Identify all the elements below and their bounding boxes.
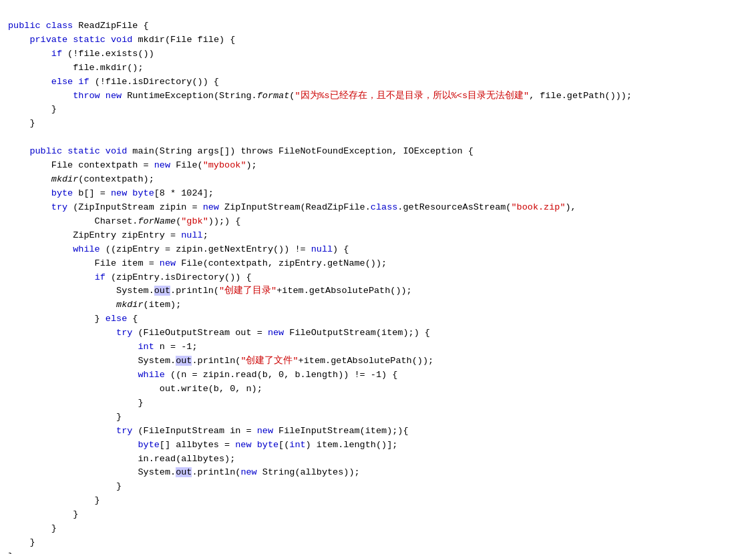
line-18: File item = new File(contextpath, zipEnt… bbox=[8, 258, 387, 268]
line-11: File contextpath = new File("mybook"); bbox=[8, 160, 257, 170]
line-37: } bbox=[8, 523, 57, 533]
line-29: } bbox=[8, 412, 122, 422]
line-30: try (FileInputStream in = new FileInputS… bbox=[8, 426, 409, 436]
line-38: } bbox=[8, 537, 35, 547]
line-14: try (ZipInputStream zipin = new ZipInput… bbox=[8, 202, 576, 212]
line-39: } bbox=[8, 551, 13, 554]
line-6: throw new RuntimeException(String.format… bbox=[8, 91, 632, 101]
line-32: in.read(allbytes); bbox=[8, 454, 235, 464]
line-2: private static void mkdir(File file) { bbox=[8, 35, 235, 45]
line-15: Charset.forName("gbk"));) { bbox=[8, 216, 240, 226]
line-26: while ((n = zipin.read(b, 0, b.length)) … bbox=[8, 370, 397, 380]
line-35: } bbox=[8, 495, 100, 505]
line-19: if (zipEntry.isDirectory()) { bbox=[8, 272, 252, 282]
line-23: try (FileOutputStream out = new FileOutp… bbox=[8, 328, 430, 338]
line-16: ZipEntry zipEntry = null; bbox=[8, 230, 208, 240]
line-22: } else { bbox=[8, 314, 138, 324]
line-13: byte b[] = new byte[8 * 1024]; bbox=[8, 188, 214, 198]
line-25: System.out.println("创建了文件"+item.getAbsol… bbox=[8, 356, 433, 366]
line-1: public class ReadZipFile { bbox=[8, 21, 149, 31]
line-28: } bbox=[8, 398, 144, 408]
line-33: System.out.println(new String(allbytes))… bbox=[8, 467, 360, 477]
line-4: file.mkdir(); bbox=[8, 63, 144, 73]
line-8: } bbox=[8, 118, 35, 128]
line-7: } bbox=[8, 104, 57, 114]
line-31: byte[] allbytes = new byte[(int) item.le… bbox=[8, 440, 397, 450]
line-5: else if (!file.isDirectory()) { bbox=[8, 77, 219, 87]
line-34: } bbox=[8, 481, 122, 491]
line-10: public static void main(String args[]) t… bbox=[8, 146, 474, 156]
line-20: System.out.println("创建了目录"+item.getAbsol… bbox=[8, 286, 412, 296]
line-3: if (!file.exists()) bbox=[8, 49, 154, 59]
line-24: int n = -1; bbox=[8, 342, 198, 352]
line-36: } bbox=[8, 509, 78, 519]
line-17: while ((zipEntry = zipin.getNextEntry())… bbox=[8, 244, 349, 254]
line-21: mkdir(item); bbox=[8, 300, 181, 310]
line-27: out.write(b, 0, n); bbox=[8, 384, 262, 394]
code-editor: public class ReadZipFile { private stati… bbox=[8, 5, 748, 554]
line-12: mkdir(contextpath); bbox=[8, 174, 154, 184]
